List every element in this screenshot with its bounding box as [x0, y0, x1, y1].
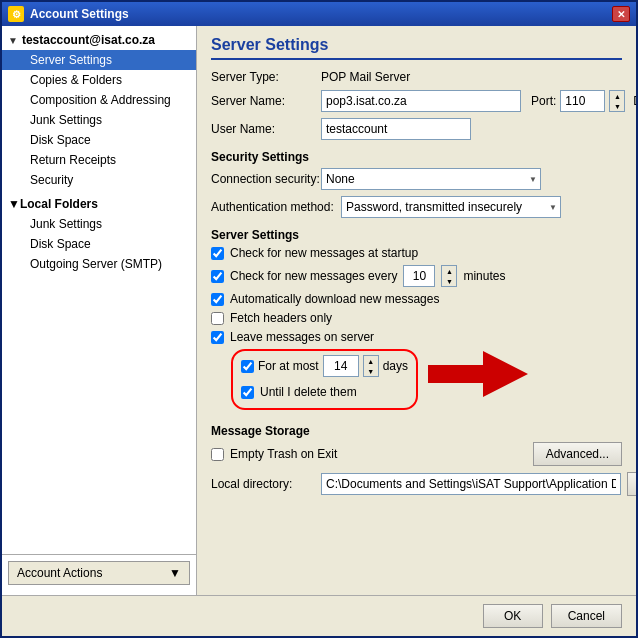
sidebar-account[interactable]: ▼ testaccount@isat.co.za	[2, 30, 196, 50]
browse-button[interactable]: Browse...	[627, 472, 636, 496]
empty-trash-checkbox[interactable]	[211, 448, 224, 461]
auth-method-row: Authentication method: Password, transmi…	[211, 196, 622, 218]
account-name: testaccount@isat.co.za	[22, 33, 155, 47]
close-button[interactable]: ✕	[612, 6, 630, 22]
sidebar-item-server-settings[interactable]: Server Settings	[2, 50, 196, 70]
for-at-most-down[interactable]: ▼	[364, 366, 378, 376]
title-bar: ⚙ Account Settings ✕	[2, 2, 636, 26]
local-folders-label: Local Folders	[20, 197, 98, 211]
sidebar-item-return-receipts[interactable]: Return Receipts	[2, 150, 196, 170]
connection-security-dropdown[interactable]: None	[321, 168, 541, 190]
empty-trash-label: Empty Trash on Exit	[230, 447, 337, 461]
server-name-label: Server Name:	[211, 94, 321, 108]
sidebar: ▼ testaccount@isat.co.za Server Settings…	[2, 26, 197, 595]
sidebar-item-disk-space[interactable]: Disk Space	[2, 130, 196, 150]
sidebar-item-lf-disk[interactable]: Disk Space	[2, 234, 196, 254]
port-spinner[interactable]: ▲ ▼	[609, 90, 625, 112]
check-startup-row: Check for new messages at startup	[211, 246, 622, 260]
until-delete-row: Until I delete them	[241, 385, 408, 399]
default-label: Default:	[633, 94, 636, 108]
auto-download-label: Automatically download new messages	[230, 292, 439, 306]
sidebar-local-folders[interactable]: ▼ Local Folders	[2, 194, 196, 214]
days-label: days	[383, 359, 408, 373]
leave-messages-label: Leave messages on server	[230, 330, 374, 344]
for-at-most-checkbox[interactable]	[241, 360, 254, 373]
connection-security-dropdown-wrapper: None	[321, 168, 541, 190]
red-arrow-container	[428, 349, 528, 399]
auto-download-row: Automatically download new messages	[211, 292, 622, 306]
auto-download-checkbox[interactable]	[211, 293, 224, 306]
local-directory-row: Local directory: Browse...	[211, 472, 622, 496]
for-at-most-row: For at most ▲ ▼ days	[241, 355, 408, 377]
expand-icon: ▼	[8, 197, 20, 211]
sidebar-item-security[interactable]: Security	[2, 170, 196, 190]
local-directory-label: Local directory:	[211, 477, 321, 491]
ok-button[interactable]: OK	[483, 604, 543, 628]
port-input[interactable]	[560, 90, 605, 112]
connection-security-label: Connection security:	[211, 172, 321, 186]
account-actions-arrow: ▼	[169, 566, 181, 580]
server-name-input[interactable]	[321, 90, 521, 112]
check-every-down[interactable]: ▼	[442, 276, 456, 286]
check-every-up[interactable]: ▲	[442, 266, 456, 276]
empty-trash-row: Empty Trash on Exit Advanced...	[211, 442, 622, 466]
port-down-btn[interactable]: ▼	[610, 101, 624, 111]
check-every-checkbox[interactable]	[211, 270, 224, 283]
sidebar-item-label: Composition & Addressing	[30, 93, 171, 107]
user-name-row: User Name:	[211, 118, 622, 140]
auth-method-dropdown[interactable]: Password, transmitted insecurely	[341, 196, 561, 218]
leave-messages-circle: For at most ▲ ▼ days Until I delete them	[231, 349, 418, 410]
sidebar-item-label: Security	[30, 173, 73, 187]
fetch-headers-label: Fetch headers only	[230, 311, 332, 325]
panel-title: Server Settings	[211, 36, 622, 60]
message-storage-header: Message Storage	[211, 424, 622, 438]
expand-icon: ▼	[8, 35, 18, 46]
connection-security-row: Connection security: None	[211, 168, 622, 190]
window-footer: OK Cancel	[2, 595, 636, 636]
server-settings-header: Server Settings	[211, 228, 622, 242]
account-settings-window: ⚙ Account Settings ✕ ▼ testaccount@isat.…	[0, 0, 638, 638]
sidebar-item-copies-folders[interactable]: Copies & Folders	[2, 70, 196, 90]
server-type-row: Server Type: POP Mail Server	[211, 70, 622, 84]
leave-messages-checkbox[interactable]	[211, 331, 224, 344]
advanced-button[interactable]: Advanced...	[533, 442, 622, 466]
sidebar-item-junk-settings[interactable]: Junk Settings	[2, 110, 196, 130]
check-every-input[interactable]	[403, 265, 435, 287]
for-at-most-up[interactable]: ▲	[364, 356, 378, 366]
window-icon: ⚙	[8, 6, 24, 22]
until-delete-checkbox[interactable]	[241, 386, 254, 399]
port-up-btn[interactable]: ▲	[610, 91, 624, 101]
fetch-headers-row: Fetch headers only	[211, 311, 622, 325]
for-at-most-spinner[interactable]: ▲ ▼	[363, 355, 379, 377]
until-delete-label: Until I delete them	[260, 385, 357, 399]
main-panel: Server Settings Server Type: POP Mail Se…	[197, 26, 636, 595]
port-label: Port:	[531, 94, 556, 108]
check-startup-checkbox[interactable]	[211, 247, 224, 260]
sidebar-item-lf-smtp[interactable]: Outgoing Server (SMTP)	[2, 254, 196, 274]
for-at-most-label: For at most	[258, 359, 319, 373]
auth-method-dropdown-wrapper: Password, transmitted insecurely	[341, 196, 561, 218]
sidebar-item-label: Server Settings	[30, 53, 112, 67]
user-name-input[interactable]	[321, 118, 471, 140]
check-every-spinner[interactable]: ▲ ▼	[441, 265, 457, 287]
leave-messages-options-container: For at most ▲ ▼ days Until I delete them	[211, 349, 622, 414]
sidebar-item-label: Disk Space	[30, 133, 91, 147]
for-at-most-input[interactable]	[323, 355, 359, 377]
cancel-button[interactable]: Cancel	[551, 604, 622, 628]
account-actions-label: Account Actions	[17, 566, 102, 580]
check-every-label: Check for new messages every	[230, 269, 397, 283]
local-directory-input-row: Browse...	[321, 472, 636, 496]
fetch-headers-checkbox[interactable]	[211, 312, 224, 325]
auth-method-label: Authentication method:	[211, 200, 341, 214]
local-directory-input[interactable]	[321, 473, 621, 495]
check-every-unit: minutes	[463, 269, 505, 283]
sidebar-item-label: Junk Settings	[30, 217, 102, 231]
account-actions-button[interactable]: Account Actions ▼	[8, 561, 190, 585]
message-storage-section: Message Storage Empty Trash on Exit Adva…	[211, 424, 622, 496]
server-name-port-row: Port: ▲ ▼ Default: 110	[321, 90, 636, 112]
security-settings-header: Security Settings	[211, 150, 622, 164]
window-content: ▼ testaccount@isat.co.za Server Settings…	[2, 26, 636, 595]
user-name-label: User Name:	[211, 122, 321, 136]
sidebar-item-composition[interactable]: Composition & Addressing	[2, 90, 196, 110]
sidebar-item-lf-junk[interactable]: Junk Settings	[2, 214, 196, 234]
